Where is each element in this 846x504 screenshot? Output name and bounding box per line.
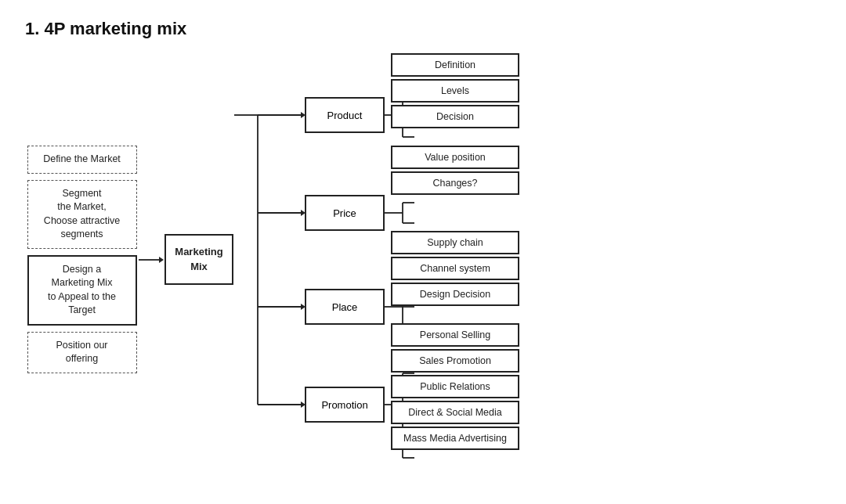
left-column: Define the Market Segmentthe Market,Choo… xyxy=(25,146,139,373)
diagram: Define the Market Segmentthe Market,Choo… xyxy=(25,61,821,458)
sub-item-definition: Definition xyxy=(391,53,519,77)
sub-item-supply-chain: Supply chain xyxy=(391,231,519,254)
marketing-mix-box: MarketingMix xyxy=(164,234,233,284)
svg-text:Promotion: Promotion xyxy=(321,399,367,411)
tree-svg: Product Price Place Promotion xyxy=(234,68,391,452)
position-offering-box: Position ouroffering xyxy=(27,332,137,373)
svg-text:Price: Price xyxy=(333,207,356,219)
svg-text:Place: Place xyxy=(332,301,358,313)
arrow-left-to-center xyxy=(139,252,164,268)
sub-item-decision: Decision xyxy=(391,105,519,128)
marketing-mix-column: MarketingMix xyxy=(164,234,234,284)
sub-item-sales-promotion: Sales Promotion xyxy=(391,349,519,373)
page-title: 1. 4P marketing mix xyxy=(25,19,821,39)
sub-item-direct-social: Direct & Social Media xyxy=(391,401,519,424)
sub-item-channel-system: Channel system xyxy=(391,257,519,280)
sub-item-public-relations: Public Relations xyxy=(391,375,519,398)
svg-text:Product: Product xyxy=(327,110,363,121)
sub-item-design-decision: Design Decision xyxy=(391,283,519,306)
define-market-box: Define the Market xyxy=(27,146,137,174)
sub-item-levels: Levels xyxy=(391,79,519,103)
sub-item-value-position: Value position xyxy=(391,146,519,169)
design-mix-box: Design aMarketing Mixto Appeal to theTar… xyxy=(27,255,137,326)
sub-item-mass-media: Mass Media Advertising xyxy=(391,427,519,450)
sub-item-personal-selling: Personal Selling xyxy=(391,323,519,347)
sub-item-changes: Changes? xyxy=(391,171,519,195)
segment-market-box: Segmentthe Market,Choose attractivesegme… xyxy=(27,180,137,249)
